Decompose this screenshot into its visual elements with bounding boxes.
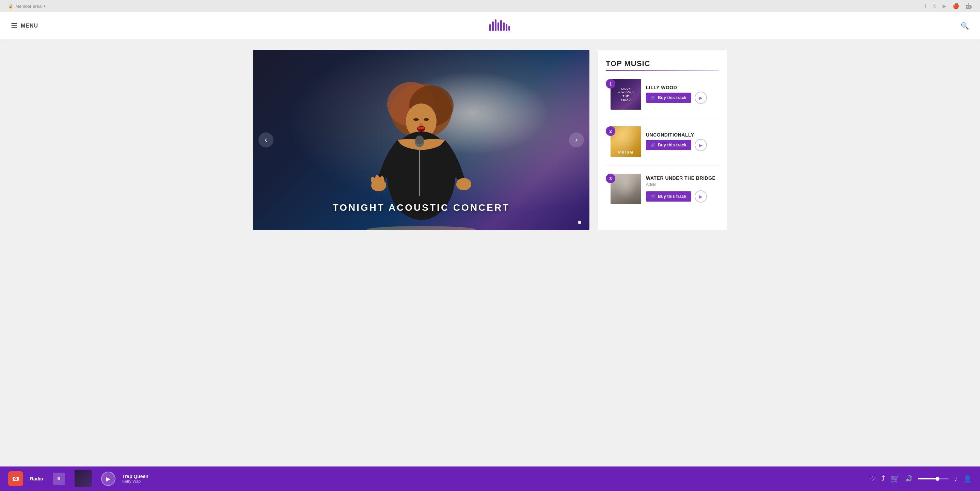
youtube-icon[interactable]: ▶ bbox=[943, 3, 947, 9]
buy-button-3[interactable]: 🛒 Buy this track bbox=[646, 191, 691, 202]
svg-rect-1 bbox=[492, 21, 494, 31]
svg-point-16 bbox=[418, 127, 425, 129]
svg-rect-3 bbox=[498, 22, 499, 31]
radio-icon-button[interactable] bbox=[8, 471, 23, 486]
slider-prev-button[interactable]: ‹ bbox=[258, 132, 274, 148]
cart-icon[interactable]: 🛒 bbox=[891, 474, 900, 483]
svg-point-12 bbox=[414, 118, 419, 121]
svg-rect-31 bbox=[14, 478, 15, 478]
track-name-2: UNCONDITIONALLY bbox=[646, 132, 719, 138]
play-button-1[interactable]: ▶ bbox=[695, 92, 707, 104]
now-playing-track-info: Trap Queen Fetty Wap bbox=[122, 474, 148, 484]
track-divider-2 bbox=[606, 165, 719, 165]
hamburger-icon: ☰ bbox=[11, 22, 18, 30]
track-actions-1: 🛒 Buy this track ▶ bbox=[646, 92, 719, 104]
top-music-title: TOP MUSIC bbox=[606, 59, 719, 68]
now-playing-play-button[interactable]: ▶ bbox=[101, 472, 115, 486]
menu-label: MENU bbox=[21, 23, 38, 29]
slider-caption: TONIGHT ACOUSTIC CONCERT bbox=[253, 202, 589, 213]
svg-point-13 bbox=[423, 118, 429, 121]
play-icon-3: ▶ bbox=[699, 194, 703, 199]
playlist-button[interactable]: ≡ bbox=[53, 473, 65, 485]
slider-dot[interactable] bbox=[578, 221, 581, 224]
radio-label: Radio bbox=[30, 476, 43, 481]
now-playing-bar: Radio ≡ ▶ Trap Queen Fetty Wap ♡ ⤴ 🛒 🔊 ♪… bbox=[0, 467, 980, 491]
track-name-1: LILLY WOOD bbox=[646, 85, 719, 90]
lock-icon: 🔒 bbox=[8, 4, 13, 8]
track-info-2: UNCONDITIONALLY 🛒 Buy this track ▶ bbox=[646, 132, 719, 151]
play-button-2[interactable]: ▶ bbox=[695, 139, 707, 151]
track-item-2: 2 UNCONDITIONALLY 🛒 Buy this track ▶ bbox=[606, 126, 719, 157]
menu-button[interactable]: ☰ MENU bbox=[11, 22, 38, 30]
buy-button-1[interactable]: 🛒 Buy this track bbox=[646, 93, 691, 103]
header: ☰ MENU 🔍 bbox=[0, 12, 980, 40]
track-item-1: 1 LILLY WOOD 🛒 Buy this track ▶ bbox=[606, 79, 719, 110]
svg-point-20 bbox=[456, 178, 471, 190]
heart-icon[interactable]: ♡ bbox=[869, 474, 876, 483]
chevron-right-icon: › bbox=[575, 135, 578, 145]
track-actions-2: 🛒 Buy this track ▶ bbox=[646, 139, 719, 151]
apple-icon[interactable]: 🍎 bbox=[953, 3, 959, 9]
cart-icon-1: 🛒 bbox=[651, 95, 656, 100]
track-info-3: WATER UNDER THE BRIDGE Adele 🛒 Buy this … bbox=[646, 175, 719, 203]
search-icon: 🔍 bbox=[961, 22, 969, 30]
svg-rect-6 bbox=[506, 24, 508, 31]
volume-knob[interactable] bbox=[935, 477, 939, 481]
svg-rect-2 bbox=[495, 19, 496, 31]
track-item-3: 3 WATER UNDER THE BRIDGE Adele 🛒 Buy thi… bbox=[606, 174, 719, 204]
svg-point-14 bbox=[419, 123, 423, 126]
playlist-icon: ≡ bbox=[57, 476, 60, 482]
track-number-3: 3 bbox=[606, 174, 615, 183]
site-logo[interactable] bbox=[488, 17, 511, 34]
slider-section: TONIGHT ACOUSTIC CONCERT ‹ › bbox=[253, 50, 589, 230]
play-icon-1: ▶ bbox=[699, 95, 703, 100]
svg-rect-4 bbox=[500, 20, 502, 31]
top-music-divider bbox=[606, 70, 719, 71]
volume-icon[interactable]: 🔊 bbox=[905, 475, 913, 483]
svg-point-26 bbox=[415, 135, 423, 145]
track-number-1: 1 bbox=[606, 79, 615, 89]
now-playing-track-artist: Fetty Wap bbox=[122, 479, 148, 484]
track-artist-3: Adele bbox=[646, 182, 719, 187]
track-actions-3: 🛒 Buy this track ▶ bbox=[646, 190, 719, 203]
facebook-icon[interactable]: f bbox=[925, 3, 926, 9]
topbar-right: f 𝕏 ▶ 🍎 🤖 bbox=[925, 3, 972, 9]
track-name-3: WATER UNDER THE BRIDGE bbox=[646, 175, 719, 181]
member-area-chevron[interactable]: ▾ bbox=[44, 4, 46, 8]
topbar: 🔒 Member area ▾ f 𝕏 ▶ 🍎 🤖 bbox=[0, 0, 980, 12]
track-info-1: LILLY WOOD 🛒 Buy this track ▶ bbox=[646, 85, 719, 104]
svg-rect-0 bbox=[489, 24, 491, 31]
search-button[interactable]: 🔍 bbox=[961, 22, 969, 30]
slider-next-button[interactable]: › bbox=[569, 132, 584, 148]
svg-rect-5 bbox=[503, 22, 504, 31]
svg-point-27 bbox=[367, 226, 476, 230]
cart-icon-3: 🛒 bbox=[651, 194, 656, 199]
slider-image: TONIGHT ACOUSTIC CONCERT bbox=[253, 50, 589, 230]
now-playing-controls: ♡ ⤴ 🛒 🔊 ♪ 👤 bbox=[869, 474, 972, 483]
track-number-2: 2 bbox=[606, 126, 615, 136]
android-icon[interactable]: 🤖 bbox=[966, 3, 972, 9]
play-icon-2: ▶ bbox=[699, 143, 703, 148]
play-pause-icon: ▶ bbox=[106, 476, 110, 482]
slider-dots bbox=[578, 221, 581, 224]
volume-bar[interactable] bbox=[918, 478, 949, 480]
member-area-label[interactable]: Member area bbox=[15, 4, 41, 9]
chevron-left-icon: ‹ bbox=[264, 135, 267, 145]
main-content: TONIGHT ACOUSTIC CONCERT ‹ › TOP MUSIC 1… bbox=[245, 40, 735, 271]
topbar-left: 🔒 Member area ▾ bbox=[8, 4, 46, 9]
top-music-panel: TOP MUSIC 1 LILLY WOOD 🛒 Buy this track … bbox=[598, 50, 727, 230]
buy-button-2[interactable]: 🛒 Buy this track bbox=[646, 140, 691, 150]
cart-icon-2: 🛒 bbox=[651, 143, 656, 148]
svg-point-30 bbox=[15, 478, 16, 480]
now-playing-thumbnail bbox=[75, 470, 92, 487]
play-button-3[interactable]: ▶ bbox=[695, 190, 707, 203]
share-icon[interactable]: ⤴ bbox=[881, 474, 885, 483]
track-divider-1 bbox=[606, 118, 719, 118]
now-playing-track-name: Trap Queen bbox=[122, 474, 148, 479]
twitter-icon[interactable]: 𝕏 bbox=[932, 3, 936, 9]
svg-rect-24 bbox=[419, 141, 420, 196]
svg-rect-7 bbox=[508, 26, 510, 31]
music-note-icon[interactable]: ♪ bbox=[954, 474, 958, 483]
user-avatar-icon[interactable]: 👤 bbox=[963, 475, 972, 483]
